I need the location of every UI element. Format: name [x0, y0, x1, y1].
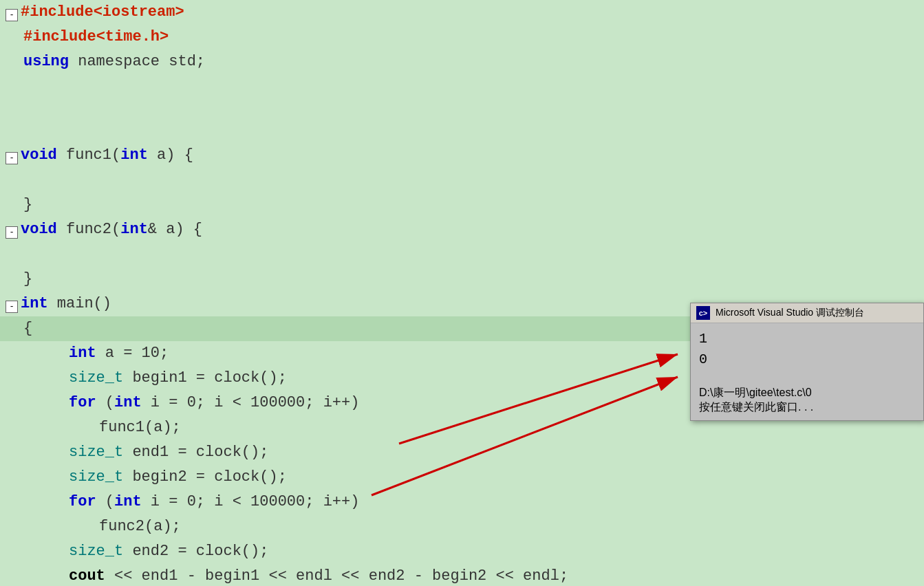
code-token: #include [23, 26, 96, 48]
code-token: int [114, 394, 142, 411]
code-line: cout << end1 - begin1 << endl << end2 - … [0, 564, 924, 586]
code-token: void [21, 219, 57, 241]
fold-button[interactable]: - [6, 226, 18, 239]
code-token: size_t [69, 369, 123, 387]
code-token: { [23, 318, 32, 340]
code-line: size_t end2 = clock(); [0, 539, 924, 564]
code-line [0, 74, 924, 143]
console-close-hint: 按任意键关闭此窗口. . . [699, 400, 915, 415]
console-output-line: 0 [699, 349, 915, 370]
code-line: - void func1(int a) { [0, 143, 924, 168]
code-editor: - #include<iostream> #include<time.h> us… [0, 0, 924, 586]
code-token: for [69, 394, 96, 411]
console-icon-text: c> [699, 309, 708, 317]
code-token: func2( [57, 219, 120, 241]
code-token: int [21, 293, 48, 315]
code-token: size_t [69, 543, 123, 560]
code-token: i = 0; i < 100000; i++) [142, 493, 360, 510]
code-token: <iostream> [94, 1, 184, 23]
console-output-line: 1 [699, 329, 915, 349]
code-line: for (int i = 0; i < 100000; i++) [0, 490, 924, 514]
code-token: << end1 - begin1 << endl << end2 - begin… [105, 567, 568, 585]
code-line: - #include<iostream> [0, 0, 924, 25]
code-token: end2 = clock(); [123, 543, 268, 560]
code-token: a) { [148, 144, 193, 166]
fold-button[interactable]: - [6, 152, 18, 164]
code-token: begin1 = clock(); [123, 369, 287, 387]
code-token: } [23, 194, 32, 216]
code-token: func2(a); [99, 518, 181, 535]
code-line: } [0, 267, 924, 292]
code-token: end1 = clock(); [123, 444, 268, 461]
code-token: a = 10; [96, 345, 169, 362]
code-token: main() [48, 293, 111, 315]
code-token: int [120, 144, 148, 166]
code-token: size_t [69, 468, 123, 486]
code-line [0, 168, 924, 193]
code-token: i = 0; i < 100000; i++) [142, 394, 360, 411]
code-token: int [69, 345, 96, 362]
code-token: void [21, 144, 57, 166]
console-icon: c> [696, 306, 710, 320]
console-body: 1 0 D:\康一明\gitee\test.c\0 按任意键关闭此窗口. . . [691, 323, 923, 420]
code-token: ; [196, 51, 205, 73]
code-line: } [0, 193, 924, 217]
fold-button[interactable]: - [6, 9, 18, 21]
code-token: ( [96, 493, 114, 510]
code-token: for [69, 493, 96, 510]
console-title: Microsoft Visual Studio 调试控制台 [716, 307, 864, 319]
code-line: using namespace std; [0, 50, 924, 74]
code-token: ( [96, 394, 114, 411]
code-token: size_t [69, 444, 123, 461]
console-popup: c> Microsoft Visual Studio 调试控制台 1 0 D:\… [690, 303, 924, 421]
code-line [0, 242, 924, 267]
code-token: <time.h> [96, 26, 169, 48]
code-token: begin2 = clock(); [123, 468, 287, 486]
code-token: std [169, 51, 196, 73]
code-line: size_t begin2 = clock(); [0, 465, 924, 490]
code-line: func2(a); [0, 514, 924, 539]
code-line: - void func2(int& a) { [0, 217, 924, 242]
code-token: & a) { [148, 219, 202, 241]
console-title-bar: c> Microsoft Visual Studio 调试控制台 [691, 303, 923, 323]
code-token: int [120, 219, 148, 241]
code-token: #include [21, 1, 94, 23]
console-path: D:\康一明\gitee\test.c\0 [699, 386, 915, 400]
code-line: #include<time.h> [0, 25, 924, 50]
code-token: func1(a); [99, 419, 181, 436]
code-token: func1( [57, 144, 120, 166]
code-token: int [114, 493, 142, 510]
code-line: size_t end1 = clock(); [0, 440, 924, 465]
code-token: namespace [69, 51, 169, 73]
code-token: } [23, 268, 32, 290]
code-token: using [23, 51, 69, 73]
code-token: cout [69, 567, 105, 585]
fold-button[interactable]: - [6, 301, 18, 313]
